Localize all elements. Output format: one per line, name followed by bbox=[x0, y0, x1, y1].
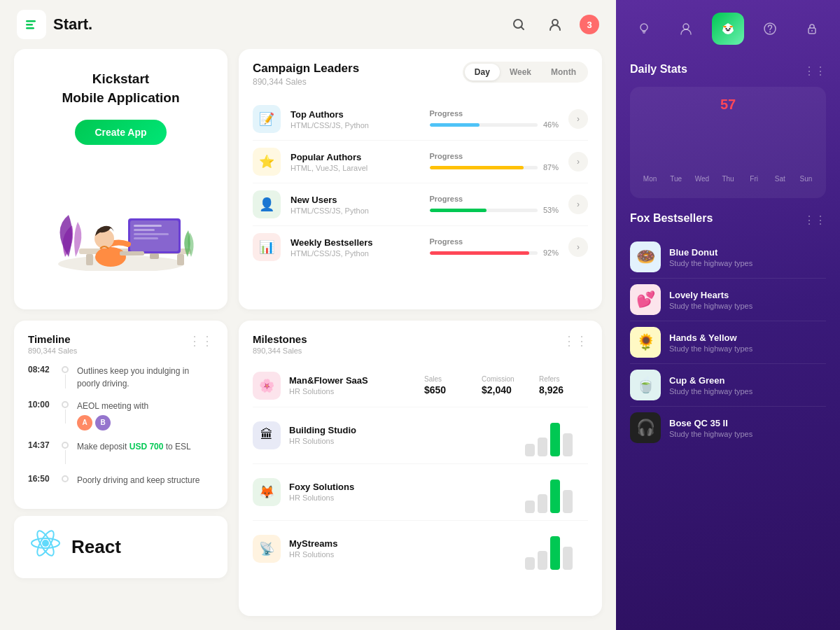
milestone-row: 📡 MyStreams HR Solutions bbox=[253, 521, 588, 577]
campaign-tags: HTML/CSS/JS, Python bbox=[290, 249, 420, 258]
campaign-info: Top Authors HTML/CSS/JS, Python bbox=[290, 109, 420, 130]
campaign-arrow-button[interactable]: › bbox=[568, 152, 588, 172]
milestone-row: 🦊 Foxy Solutions HR Solutions bbox=[253, 464, 588, 521]
campaign-arrow-button[interactable]: › bbox=[568, 195, 588, 214]
logo-text: Start. bbox=[53, 15, 92, 34]
tl-text: Make deposit USD 700 to ESL bbox=[77, 440, 191, 453]
fox-bestsellers-header: Fox Bestsellers ⋮⋮ bbox=[630, 212, 826, 227]
content-grid: Kickstart Mobile Application Create App bbox=[0, 49, 616, 630]
milestone-chart-bar bbox=[550, 423, 560, 456]
sidebar: Daily Stats ⋮⋮ 57 Mon Tue Wed Thu Fri Sa… bbox=[616, 0, 840, 630]
milestones-subtitle: 890,344 Sales bbox=[253, 346, 307, 355]
campaign-info: Popular Authors HTML, VueJS, Laravel bbox=[290, 152, 420, 172]
sidebar-nav-user[interactable] bbox=[670, 13, 702, 45]
svg-point-19 bbox=[42, 540, 49, 547]
sidebar-nav-lightbulb[interactable] bbox=[628, 13, 660, 45]
milestone-row: 🌸 Man&Flower SaaS HR Solutions Sales $65… bbox=[253, 365, 588, 407]
fox-bestsellers-title: Fox Bestsellers bbox=[630, 212, 713, 225]
sales-label: Sales bbox=[424, 375, 473, 383]
progress-bar-bg bbox=[430, 251, 538, 255]
campaign-name: Top Authors bbox=[290, 109, 420, 120]
bar-col: Mon bbox=[640, 172, 660, 183]
milestones-menu-icon[interactable]: ⋮⋮ bbox=[563, 333, 588, 349]
campaign-name: Popular Authors bbox=[290, 152, 420, 162]
fox-bestsellers-list: 🍩 Blue Donut Study the highway types 💕 L… bbox=[630, 236, 826, 449]
campaign-avatar: 📝 bbox=[253, 105, 281, 133]
progress-bar-fill bbox=[430, 123, 479, 127]
milestone-sub: HR Solutions bbox=[289, 437, 517, 445]
svg-rect-14 bbox=[134, 237, 158, 239]
tl-highlight: USD 700 bbox=[130, 442, 164, 451]
chart-peak-value: 57 bbox=[640, 97, 816, 113]
bar-col: Tue bbox=[666, 172, 686, 183]
daily-stats-menu[interactable]: ⋮⋮ bbox=[804, 64, 826, 78]
milestone-chart bbox=[525, 471, 588, 513]
bestseller-image: 🍩 bbox=[630, 241, 661, 272]
progress-label: Progress bbox=[430, 152, 559, 160]
bar-label: Sun bbox=[800, 175, 813, 183]
fox-bestsellers-menu[interactable]: ⋮⋮ bbox=[804, 214, 826, 227]
tab-week[interactable]: Week bbox=[500, 64, 541, 80]
progress-bar-bg bbox=[430, 209, 538, 212]
sidebar-nav-help[interactable] bbox=[754, 13, 786, 45]
milestone-sales: Sales $650 bbox=[424, 375, 473, 396]
campaign-avatar: ⭐ bbox=[253, 148, 281, 176]
milestone-chart-bar bbox=[525, 444, 535, 456]
user-icon[interactable] bbox=[543, 13, 567, 36]
timeline-item: 16:50 Poorly driving and keep structure bbox=[28, 474, 214, 486]
tl-content: AEOL meeting with A B bbox=[77, 400, 148, 430]
tl-time: 08:42 bbox=[28, 365, 53, 374]
create-app-button[interactable]: Create App bbox=[75, 120, 166, 145]
svg-point-4 bbox=[552, 20, 558, 25]
campaign-name: New Users bbox=[290, 195, 420, 205]
search-icon[interactable] bbox=[507, 13, 531, 36]
svg-point-28 bbox=[769, 31, 771, 33]
timeline-card: Timeline 890,344 Sales ⋮⋮ 08:42 Outlines… bbox=[14, 321, 227, 509]
campaign-subtitle: 890,344 Sales bbox=[253, 77, 359, 87]
logo: Start. bbox=[17, 10, 92, 39]
svg-rect-8 bbox=[177, 254, 184, 265]
milestone-info: Man&Flower SaaS HR Solutions bbox=[289, 375, 416, 396]
bestseller-name: Hands & Yellow bbox=[669, 332, 826, 343]
timeline-menu-icon[interactable]: ⋮⋮ bbox=[188, 333, 214, 349]
campaign-info: Weekly Bestsellers HTML/CSS/JS, Python bbox=[290, 237, 420, 258]
milestone-info: Foxy Solutions HR Solutions bbox=[289, 482, 517, 502]
campaign-row: 📝 Top Authors HTML/CSS/JS, Python Progre… bbox=[253, 98, 588, 141]
svg-rect-7 bbox=[86, 254, 93, 265]
bestseller-name: Bose QC 35 II bbox=[669, 418, 826, 428]
campaign-tags: HTML/CSS/JS, Python bbox=[290, 121, 420, 130]
svg-rect-11 bbox=[134, 225, 162, 227]
sidebar-nav-lock[interactable] bbox=[796, 13, 828, 45]
campaign-name: Weekly Bestsellers bbox=[290, 237, 420, 248]
milestone-chart-bar bbox=[563, 433, 573, 456]
campaign-arrow-button[interactable]: › bbox=[568, 237, 588, 257]
progress-label: Progress bbox=[430, 237, 559, 246]
tab-day[interactable]: Day bbox=[465, 64, 500, 80]
tl-time: 16:50 bbox=[28, 474, 53, 484]
milestone-chart bbox=[525, 414, 588, 456]
tl-dot-col bbox=[62, 474, 69, 482]
bestseller-info: Cup & Green Study the highway types bbox=[669, 375, 826, 396]
tl-dot bbox=[62, 401, 69, 408]
bar-label: Sat bbox=[775, 175, 785, 183]
sidebar-nav-fox[interactable] bbox=[712, 13, 744, 45]
bestseller-subtitle: Study the highway types bbox=[669, 430, 826, 438]
campaign-progress: Progress 92% bbox=[430, 237, 559, 257]
tl-text: Poorly driving and keep structure bbox=[77, 474, 200, 486]
campaign-arrow-button[interactable]: › bbox=[568, 109, 588, 129]
progress-bar-wrap: 87% bbox=[430, 163, 559, 172]
sales-value: $650 bbox=[424, 384, 473, 396]
header-actions: 3 bbox=[507, 13, 599, 36]
timeline-items: 08:42 Outlines keep you indulging in poo… bbox=[28, 365, 214, 486]
sidebar-nav bbox=[616, 0, 840, 52]
milestone-chart-bar bbox=[538, 494, 547, 513]
campaign-tags: HTML/CSS/JS, Python bbox=[290, 206, 420, 215]
tab-month[interactable]: Month bbox=[541, 64, 586, 80]
progress-bar-bg bbox=[430, 123, 538, 127]
milestone-icon: 🏛 bbox=[253, 421, 281, 449]
timeline-title: Timeline bbox=[28, 333, 77, 345]
progress-pct: 92% bbox=[543, 248, 559, 257]
bestseller-subtitle: Study the highway types bbox=[669, 259, 826, 267]
milestone-name: MyStreams bbox=[289, 538, 517, 549]
notification-badge[interactable]: 3 bbox=[580, 15, 599, 34]
